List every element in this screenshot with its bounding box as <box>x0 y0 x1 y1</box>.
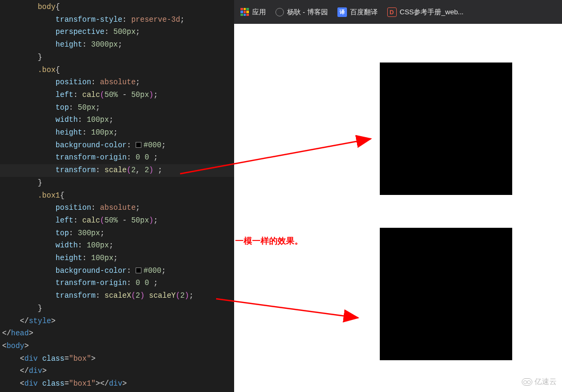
code-line[interactable]: } <box>0 302 234 315</box>
code-line[interactable]: </div> <box>0 365 234 378</box>
code-line[interactable]: height: 3000px; <box>0 39 234 51</box>
color-swatch-icon <box>136 268 141 273</box>
annotation-text: 一模一样的效果。 <box>235 236 303 247</box>
code-line[interactable]: </head> <box>0 327 234 340</box>
code-line[interactable]: top: 300px; <box>0 227 234 240</box>
bookmark-cssref[interactable]: D CSS参考手册_web... <box>387 7 464 17</box>
letter-d-icon: D <box>387 7 397 17</box>
code-line[interactable]: } <box>0 51 234 64</box>
watermark-label: 亿速云 <box>534 377 557 387</box>
bookmark-translate[interactable]: 译 百度翻译 <box>337 7 378 17</box>
code-line[interactable]: transform-origin: 0 0 ; <box>0 152 234 164</box>
code-line[interactable]: body{ <box>0 1 234 14</box>
code-line[interactable]: .box{ <box>0 64 234 77</box>
watermark: 亿速云 <box>522 377 557 387</box>
globe-icon <box>275 8 284 16</box>
bookmark-blog[interactable]: 杨耿 - 博客园 <box>275 7 328 17</box>
code-line[interactable]: transform: scale(2, 2) ; <box>0 164 234 177</box>
code-line[interactable]: transform: scaleX(2) scaleY(2); <box>0 290 234 302</box>
code-line[interactable]: width: 100px; <box>0 114 234 127</box>
bookmark-label: 杨耿 - 博客园 <box>287 7 328 17</box>
bookmark-label: CSS参考手册_web... <box>400 7 464 17</box>
code-line[interactable]: <div class="box1"></div> <box>0 378 234 390</box>
code-line[interactable]: left: calc(50% - 50px); <box>0 215 234 227</box>
code-line[interactable]: height: 100px; <box>0 127 234 139</box>
apps-grid-icon <box>240 8 249 16</box>
code-line[interactable]: transform-style: preserve-3d; <box>0 14 234 26</box>
rendered-box <box>380 63 512 195</box>
bookmark-apps[interactable]: 应用 <box>240 7 266 17</box>
code-line[interactable]: top: 50px; <box>0 102 234 114</box>
bookmark-label: 应用 <box>252 7 266 17</box>
rendered-box1 <box>380 228 512 360</box>
code-line[interactable]: position: absolute; <box>0 202 234 215</box>
bookmark-bar: 应用 杨耿 - 博客园 译 百度翻译 D CSS参考手册_web... <box>234 0 562 24</box>
translate-icon: 译 <box>337 7 347 17</box>
color-swatch-icon <box>136 142 141 148</box>
code-line[interactable]: left: calc(50% - 50px); <box>0 89 234 102</box>
code-line[interactable]: position: absolute; <box>0 76 234 89</box>
code-line[interactable]: <body> <box>0 340 234 353</box>
bookmark-label: 百度翻译 <box>350 7 378 17</box>
code-line[interactable]: height: 100px; <box>0 252 234 265</box>
code-line[interactable]: <div class="box"> <box>0 353 234 366</box>
code-line[interactable]: .box1{ <box>0 190 234 202</box>
code-line[interactable]: } <box>0 177 234 190</box>
code-line[interactable]: </style> <box>0 315 234 328</box>
code-editor[interactable]: body{ transform-style: preserve-3d; pers… <box>0 0 234 392</box>
code-line[interactable]: transform-origin: 0 0 ; <box>0 277 234 290</box>
preview-area: 一模一样的效果。 亿速云 <box>234 24 562 392</box>
code-line[interactable]: perspective: 500px; <box>0 26 234 39</box>
code-line[interactable]: background-color: #000; <box>0 265 234 278</box>
code-line[interactable]: width: 100px; <box>0 239 234 252</box>
browser-pane: 应用 杨耿 - 博客园 译 百度翻译 D CSS参考手册_web... 一模一样… <box>234 0 562 392</box>
code-line[interactable]: background-color: #000; <box>0 139 234 152</box>
watermark-icon <box>522 378 532 386</box>
